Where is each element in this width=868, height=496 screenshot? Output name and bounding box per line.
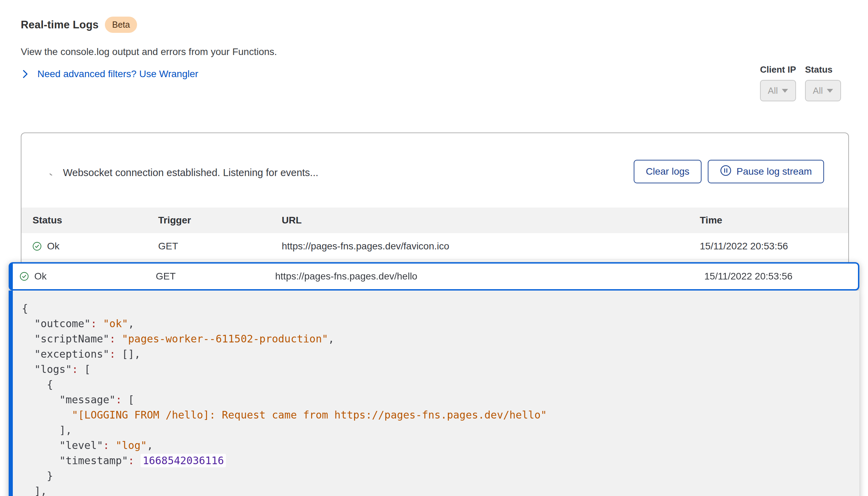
page-header: Real-time Logs Beta xyxy=(21,17,137,33)
trigger-cell: GET xyxy=(158,241,282,252)
time-cell: 15/11/2022 20:53:56 xyxy=(700,241,848,252)
status-cell: Ok xyxy=(33,241,158,252)
column-header-time: Time xyxy=(700,215,848,226)
status-label: Ok xyxy=(47,241,60,252)
status-dropdown-value: All xyxy=(813,85,823,96)
check-circle-icon xyxy=(20,272,29,281)
table-row-expanded[interactable]: Ok GET https://pages-fns.pages.dev/hello… xyxy=(9,262,859,291)
log-detail-panel: { "outcome": "ok", "scriptName": "pages-… xyxy=(9,291,859,496)
table-row[interactable]: Ok GET https://pages-fns.pages.dev/favic… xyxy=(21,233,848,259)
client-ip-dropdown[interactable]: All xyxy=(760,80,796,101)
pause-log-stream-button[interactable]: Pause log stream xyxy=(708,160,824,183)
trigger-cell: GET xyxy=(156,271,275,282)
status-cell: Ok xyxy=(20,271,156,282)
advanced-filters-link-label: Need advanced filters? Use Wrangler xyxy=(37,68,198,80)
table-header: Status Trigger URL Time xyxy=(21,208,848,233)
status-filter-label: Status xyxy=(805,64,841,75)
url-cell: https://pages-fns.pages.dev/hello xyxy=(275,271,704,282)
clear-logs-button[interactable]: Clear logs xyxy=(634,160,702,183)
page-title: Real-time Logs xyxy=(21,19,99,31)
log-detail-code: { "outcome": "ok", "scriptName": "pages-… xyxy=(13,291,859,496)
beta-badge: Beta xyxy=(105,17,137,33)
panel-buttons: Clear logs Pause log stream xyxy=(21,160,848,183)
column-header-status: Status xyxy=(33,215,158,226)
status-dropdown[interactable]: All xyxy=(805,80,841,101)
time-cell: 15/11/2022 20:53:56 xyxy=(704,271,858,282)
url-cell: https://pages-fns.pages.dev/favicon.ico xyxy=(282,241,700,252)
clear-logs-button-label: Clear logs xyxy=(646,166,689,177)
pause-icon xyxy=(720,165,732,179)
chevron-right-icon xyxy=(21,69,30,79)
column-header-trigger: Trigger xyxy=(158,215,282,226)
caret-down-icon xyxy=(782,89,788,93)
pause-log-stream-button-label: Pause log stream xyxy=(736,166,812,177)
expanded-log-entry: Ok GET https://pages-fns.pages.dev/hello… xyxy=(9,262,859,496)
column-header-url: URL xyxy=(282,215,700,226)
client-ip-filter: Client IP All xyxy=(760,64,796,101)
status-label: Ok xyxy=(34,271,47,282)
filters: Client IP All Status All xyxy=(760,64,841,101)
caret-down-icon xyxy=(827,89,833,93)
advanced-filters-link[interactable]: Need advanced filters? Use Wrangler xyxy=(21,68,198,80)
status-filter: Status All xyxy=(805,64,841,101)
client-ip-filter-label: Client IP xyxy=(760,64,796,75)
page-subtitle: View the console.log output and errors f… xyxy=(21,46,277,57)
client-ip-dropdown-value: All xyxy=(768,85,778,96)
check-circle-icon xyxy=(33,242,42,251)
